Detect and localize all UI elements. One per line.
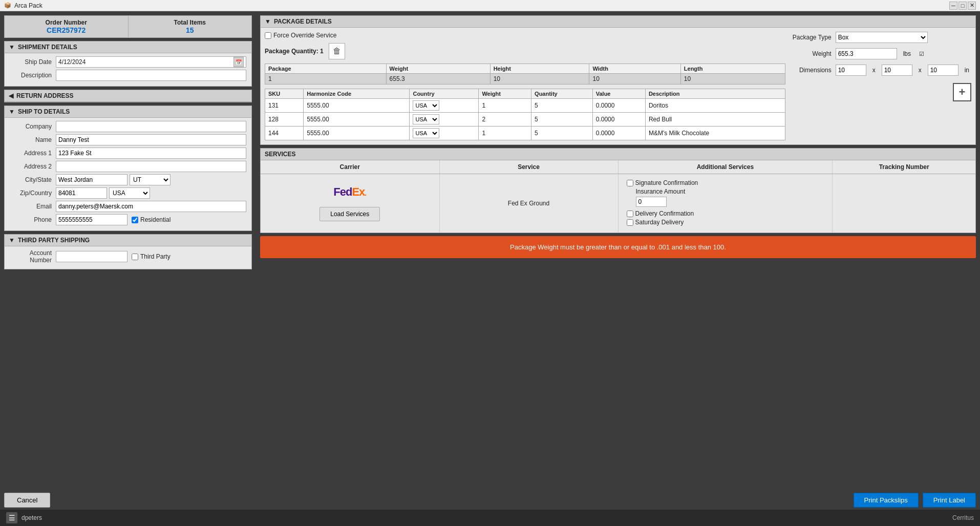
description-row: Description [10, 70, 246, 81]
address1-input[interactable] [56, 148, 246, 159]
sku-table: SKU Harmonize Code Country Weight Quanti… [265, 89, 785, 140]
pkg-top-row: Force Override Service [265, 32, 785, 39]
calendar-icon[interactable]: 📅 [233, 57, 244, 67]
pkg-weight-label: Weight [791, 50, 832, 57]
sku-cell-value: 0.0000 [592, 113, 645, 127]
third-party-title: THIRD PARTY SHIPPING [18, 237, 90, 244]
third-party-checkbox[interactable] [132, 254, 138, 260]
add-package-button[interactable]: + [953, 83, 971, 101]
phone-row: Phone Residential [10, 214, 246, 225]
service-name: Fed Ex Ground [508, 200, 549, 207]
description-input[interactable] [56, 70, 246, 81]
address2-row: Address 2 [10, 161, 246, 172]
services-col-tracking-header: Tracking Number [833, 160, 975, 174]
email-label: Email [10, 203, 56, 210]
third-party-check-label[interactable]: Third Party [132, 253, 171, 260]
account-number-input[interactable] [56, 251, 127, 262]
dim-sep-2: x [919, 67, 922, 74]
saturday-delivery-checkbox[interactable] [627, 219, 633, 226]
ship-to-header[interactable]: ▼ SHIP TO DETAILS [5, 106, 251, 118]
sku-cell-country[interactable]: USA [410, 99, 479, 113]
shipment-details-panel: ▼ SHIPMENT DETAILS Ship Date 4/12/2024 📅… [4, 41, 252, 87]
services-panel: SERVICES Carrier Service Additional Serv… [260, 148, 976, 233]
print-packslips-button[interactable]: Print Packslips [854, 493, 919, 508]
package-details-header[interactable]: ▼ PACKAGE DETAILS [261, 16, 975, 28]
delivery-confirmation-label: Delivery Confirmation [635, 210, 694, 217]
force-override-checkbox[interactable] [265, 32, 271, 39]
fedex-dot: . [365, 189, 366, 197]
package-details-title: PACKAGE DETAILS [274, 18, 332, 25]
expand-icon: ◀ [9, 92, 13, 99]
sku-country-select[interactable]: USA [413, 100, 439, 111]
order-number-section: Order Number CER257972 [5, 16, 129, 37]
sku-col-weight: Weight [479, 89, 531, 99]
dim-z-input[interactable] [928, 65, 958, 76]
company-input[interactable] [56, 121, 246, 132]
delete-button[interactable]: 🗑 [329, 43, 345, 59]
bottom-left: ☰ dpeters [6, 512, 42, 523]
company-name: Cerritus [952, 514, 974, 521]
print-label-button[interactable]: Print Label [923, 493, 976, 508]
address2-input[interactable] [56, 161, 246, 172]
pkg-dims-label: Dimensions [791, 67, 832, 74]
ship-date-label: Ship Date [10, 58, 56, 66]
fedex-fed: Fed [333, 185, 352, 198]
package-table: Package Weight Height Width Length 1 655… [265, 64, 785, 85]
delivery-confirmation-checkbox[interactable] [627, 211, 633, 217]
minimize-button[interactable]: ─ [949, 2, 957, 10]
table-row: 144 5555.00 USA 1 5 0.0000 M&M's Milk Ch… [265, 127, 785, 140]
close-button[interactable]: ✕ [968, 2, 976, 10]
zip-input[interactable] [56, 187, 107, 199]
order-header: Order Number CER257972 Total Items 15 [4, 15, 252, 38]
company-row: Company [10, 121, 246, 132]
residential-checkbox[interactable] [132, 217, 138, 223]
name-input[interactable] [56, 134, 246, 145]
shipment-details-header[interactable]: ▼ SHIPMENT DETAILS [5, 41, 251, 53]
sku-cell-harmonize: 5555.00 [304, 99, 410, 113]
maximize-button[interactable]: □ [958, 2, 967, 10]
weight-input[interactable] [836, 48, 897, 59]
pkg-col-height: Height [490, 64, 589, 74]
dim-y-input[interactable] [882, 65, 912, 76]
pkg-col-width: Width [589, 64, 680, 74]
email-input[interactable] [56, 201, 246, 212]
ship-to-panel: ▼ SHIP TO DETAILS Company Name Address 1… [4, 106, 252, 231]
bottom-bar: ☰ dpeters Cerritus [0, 510, 980, 526]
cancel-button[interactable]: Cancel [4, 493, 50, 508]
sku-col-sku: SKU [265, 89, 304, 99]
state-select[interactable]: UT [130, 174, 171, 185]
address2-label: Address 2 [10, 163, 56, 170]
pkg-cell-length: 10 [680, 74, 785, 85]
phone-input[interactable] [56, 214, 127, 225]
right-panel: ▼ PACKAGE DETAILS Force Override Service… [256, 11, 980, 510]
fedex-logo: FedEx. [333, 185, 366, 199]
city-input[interactable] [56, 174, 127, 185]
app-icon: 📦 [4, 2, 11, 9]
dim-x-input[interactable] [836, 65, 866, 76]
ship-date-field[interactable]: 4/12/2024 📅 [56, 56, 246, 68]
insurance-amount-input[interactable] [636, 197, 667, 207]
ship-date-value: 4/12/2024 [58, 58, 86, 66]
sku-cell-weight: 1 [479, 127, 531, 140]
residential-label[interactable]: Residential [132, 216, 171, 223]
return-address-header[interactable]: ◀ RETURN ADDRESS [5, 90, 251, 102]
sku-col-description: Description [645, 89, 785, 99]
sku-country-select[interactable]: USA [413, 128, 439, 138]
force-override-label[interactable]: Force Override Service [265, 32, 336, 39]
pkg-collapse-icon: ▼ [265, 18, 271, 25]
sku-country-select[interactable]: USA [413, 114, 439, 124]
pkg-dims-row: Dimensions x x in [791, 65, 971, 76]
services-row: FedEx. Load Services Fed Ex Ground [261, 174, 975, 233]
force-override-text: Force Override Service [273, 32, 336, 39]
address1-row: Address 1 [10, 148, 246, 159]
signature-confirmation-checkbox[interactable] [627, 180, 633, 186]
window-controls[interactable]: ─ □ ✕ [949, 2, 976, 10]
pkg-type-select[interactable]: Box [836, 32, 928, 43]
sku-cell-country[interactable]: USA [410, 127, 479, 140]
sku-cell-country[interactable]: USA [410, 113, 479, 127]
carrier-cell: FedEx. Load Services [261, 174, 439, 233]
third-party-header[interactable]: ▼ THIRD PARTY SHIPPING [5, 235, 251, 246]
services-header: SERVICES [261, 149, 975, 160]
country-select[interactable]: USA [109, 187, 150, 199]
load-services-button[interactable]: Load Services [319, 207, 380, 221]
